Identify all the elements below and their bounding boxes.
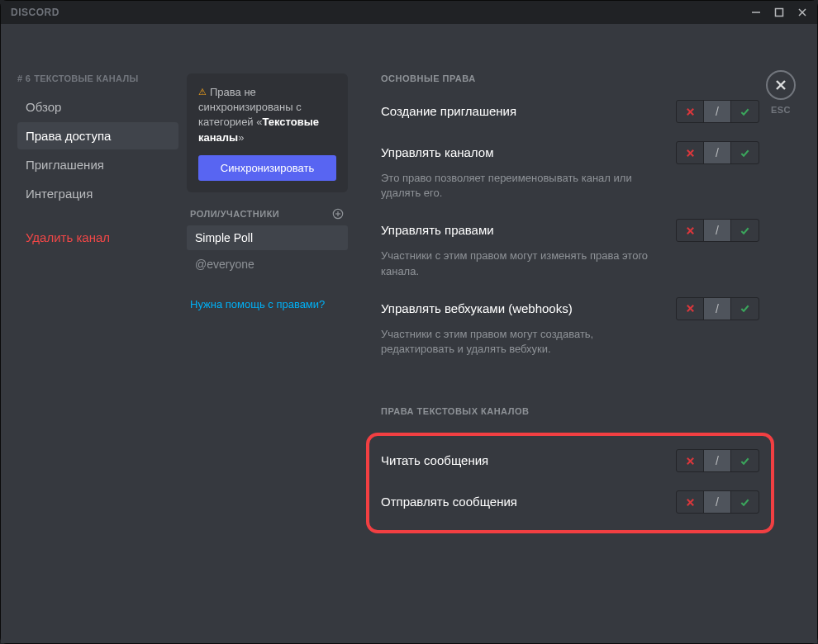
perm-read-messages: Читать сообщения / (381, 449, 759, 472)
close-area: ESC (766, 70, 796, 115)
perm-label: Отправлять сообщения (381, 494, 517, 510)
perm-manage-permissions: Управлять правами / Участники с этим пра… (381, 219, 759, 278)
toggle-allow[interactable] (731, 220, 759, 241)
settings-sidebar: # 6 ТЕКСТОВЫЕ КАНАЛЫ Обзор Права доступа… (1, 73, 187, 643)
close-settings-button[interactable] (766, 70, 796, 100)
perm-toggle: / (676, 449, 759, 472)
toggle-deny[interactable] (677, 220, 704, 241)
toggle-deny[interactable] (677, 491, 704, 513)
perm-label: Управлять вебхуками (webhooks) (381, 301, 573, 317)
perm-create-invite: Создание приглашения / (381, 100, 759, 123)
highlight-annotation: Читать сообщения / Отправлять сообщения (366, 433, 774, 533)
permissions-help-link[interactable]: Нужна помощь с правами? (187, 298, 348, 310)
maximize-button[interactable] (768, 3, 791, 21)
sidebar-item-overview[interactable]: Обзор (17, 93, 178, 121)
toggle-allow[interactable] (731, 298, 759, 320)
sidebar-item-invites[interactable]: Приглашения (17, 151, 178, 178)
role-item-everyone[interactable]: @everyone (187, 252, 348, 277)
toggle-deny[interactable] (677, 142, 704, 163)
brand-label: DISCORD (11, 7, 59, 18)
role-item-simple-poll[interactable]: Simple Poll (187, 225, 348, 250)
toggle-neutral[interactable]: / (704, 491, 731, 513)
sidebar-item-integrations[interactable]: Интеграция (17, 180, 178, 207)
close-window-button[interactable] (791, 3, 814, 21)
toggle-deny[interactable] (677, 298, 704, 320)
sync-button[interactable]: Синхронизировать (198, 155, 336, 181)
toggle-allow[interactable] (731, 101, 759, 122)
warning-icon: ⚠ (198, 87, 207, 97)
perm-label: Читать сообщения (381, 452, 488, 469)
sidebar-item-permissions[interactable]: Права доступа (17, 122, 178, 149)
perm-label: Управлять каналом (381, 144, 493, 161)
perm-desc: Участники с этим правом могут изменять п… (381, 249, 654, 278)
hash-icon: # 6 (17, 73, 31, 83)
channel-group-label: ТЕКСТОВЫЕ КАНАЛЫ (34, 73, 138, 83)
toggle-deny[interactable] (677, 101, 704, 122)
perm-manage-channel: Управлять каналом / Это право позволяет … (381, 141, 759, 201)
perm-toggle: / (676, 219, 759, 242)
esc-label: ESC (771, 105, 791, 115)
toggle-neutral[interactable]: / (704, 101, 731, 122)
window-controls (744, 3, 814, 21)
perm-toggle: / (676, 490, 759, 514)
perm-label: Управлять правами (381, 222, 494, 239)
perm-toggle: / (676, 297, 759, 320)
add-role-icon[interactable] (331, 207, 345, 220)
svg-rect-1 (776, 9, 783, 17)
sync-notice-card: ⚠Права не синхронизированы с категорией … (187, 73, 348, 192)
perm-send-messages: Отправлять сообщения / (381, 490, 759, 514)
toggle-neutral[interactable]: / (704, 450, 731, 471)
toggle-neutral[interactable]: / (704, 220, 731, 241)
section-title-text: ПРАВА ТЕКСТОВЫХ КАНАЛОВ (381, 406, 759, 416)
delete-channel-button[interactable]: Удалить канал (17, 224, 178, 251)
perm-manage-webhooks: Управлять вебхуками (webhooks) / Участни… (381, 297, 759, 357)
minimize-button[interactable] (744, 3, 768, 21)
toggle-neutral[interactable]: / (704, 298, 731, 320)
titlebar: DISCORD (1, 1, 817, 24)
section-title-general: ОСНОВНЫЕ ПРАВА (381, 73, 759, 83)
perm-desc: Это право позволяет переименовывать кана… (381, 171, 654, 201)
toggle-neutral[interactable]: / (704, 142, 731, 163)
permissions-panel: ОСНОВНЫЕ ПРАВА Создание приглашения / Уп… (356, 73, 817, 643)
sync-text-post: » (238, 131, 244, 144)
roles-header-label: РОЛИ/УЧАСТНИКИ (190, 209, 279, 219)
toggle-deny[interactable] (677, 450, 704, 471)
toggle-allow[interactable] (731, 450, 759, 471)
channel-header: # 6 ТЕКСТОВЫЕ КАНАЛЫ (17, 73, 178, 83)
perm-toggle: / (676, 141, 759, 164)
roles-header: РОЛИ/УЧАСТНИКИ (187, 207, 348, 220)
perm-desc: Участники с этим правом могут создавать,… (381, 327, 654, 357)
perm-toggle: / (676, 100, 759, 123)
roles-column: ⚠Права не синхронизированы с категорией … (187, 73, 356, 643)
perm-label: Создание приглашения (381, 103, 516, 120)
toggle-allow[interactable] (731, 142, 759, 163)
toggle-allow[interactable] (731, 491, 759, 513)
